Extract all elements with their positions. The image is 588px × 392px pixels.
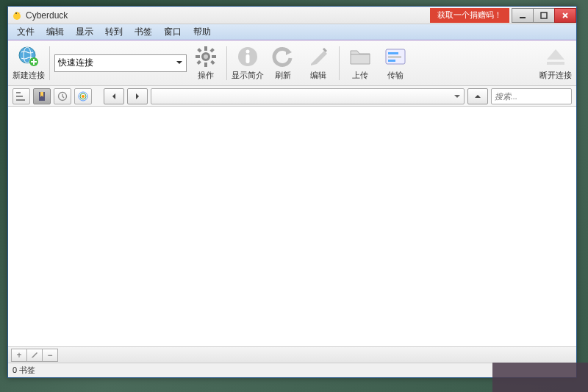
globe-plus-icon — [17, 45, 40, 68]
svg-point-1 — [15, 12, 19, 16]
menu-goto[interactable]: 转到 — [99, 24, 129, 40]
nav-forward-button[interactable] — [127, 88, 148, 104]
svg-rect-20 — [246, 54, 250, 63]
status-text: 0 书签 — [12, 365, 35, 376]
svg-point-17 — [204, 54, 208, 59]
path-dropdown[interactable] — [151, 88, 465, 104]
close-button[interactable] — [554, 8, 576, 23]
svg-rect-25 — [547, 62, 564, 65]
nav-bar — [8, 86, 576, 107]
svg-rect-16 — [209, 48, 214, 52]
menu-bar: 文件 编辑 显示 转到 书签 窗口 帮助 — [8, 24, 576, 40]
edit-button[interactable]: 编辑 — [302, 43, 334, 84]
svg-rect-13 — [197, 48, 201, 52]
maximize-button[interactable] — [533, 8, 555, 23]
transfer-icon — [384, 45, 407, 68]
info-label: 显示简介 — [232, 70, 264, 81]
menu-file[interactable]: 文件 — [11, 24, 40, 40]
action-button[interactable]: 操作 — [190, 43, 222, 84]
menu-bookmark[interactable]: 书签 — [129, 24, 158, 40]
bottom-toolbar: + − — [8, 346, 576, 363]
search-input[interactable] — [495, 92, 588, 101]
watermark — [492, 363, 588, 392]
view-bonjour-button[interactable] — [74, 88, 92, 104]
separator — [49, 46, 50, 80]
eject-icon — [544, 45, 567, 68]
info-button[interactable]: 显示简介 — [232, 43, 264, 84]
add-bookmark-button[interactable]: + — [11, 349, 27, 362]
quick-connect-dropdown[interactable]: 快速连接 — [54, 54, 187, 72]
disconnect-label: 断开连接 — [539, 70, 572, 81]
svg-point-31 — [82, 95, 85, 98]
svg-point-2 — [15, 13, 17, 14]
content-area — [8, 107, 576, 346]
svg-point-28 — [16, 99, 18, 101]
status-bar: 0 书签 — [8, 363, 576, 377]
window-controls — [512, 8, 576, 23]
svg-rect-12 — [212, 55, 216, 58]
view-bookmarks-button[interactable] — [33, 88, 51, 104]
search-box[interactable] — [491, 88, 572, 104]
chevron-down-icon — [453, 90, 461, 103]
svg-rect-9 — [204, 46, 207, 51]
new-connection-label: 新建连接 — [12, 70, 45, 81]
svg-point-19 — [246, 50, 250, 54]
toolbar: 新建连接 快速连接 操作 显示简介 刷新 — [8, 40, 576, 86]
edit-label: 编辑 — [310, 70, 326, 81]
transfer-label: 传输 — [387, 70, 404, 81]
minimize-button[interactable] — [512, 8, 534, 23]
refresh-button[interactable]: 刷新 — [267, 43, 299, 84]
svg-rect-10 — [204, 63, 207, 67]
upload-button[interactable]: 上传 — [344, 43, 376, 84]
menu-view[interactable]: 显示 — [70, 24, 99, 40]
svg-rect-15 — [196, 60, 201, 65]
menu-edit[interactable]: 编辑 — [40, 24, 70, 40]
upload-label: 上传 — [352, 70, 368, 81]
chevron-down-icon — [176, 58, 183, 68]
menu-help[interactable]: 帮助 — [187, 24, 217, 40]
nav-up-button[interactable] — [467, 88, 488, 104]
svg-rect-22 — [388, 52, 398, 54]
refresh-icon — [271, 45, 295, 68]
gear-icon — [194, 45, 218, 68]
view-history-button[interactable] — [54, 88, 71, 104]
new-connection-button[interactable]: 新建连接 — [12, 43, 45, 84]
folder-icon — [348, 45, 372, 68]
action-label: 操作 — [198, 70, 214, 81]
transfer-button[interactable]: 传输 — [379, 43, 412, 84]
separator — [226, 46, 227, 80]
app-icon — [11, 10, 23, 21]
remove-bookmark-button[interactable]: − — [42, 349, 58, 362]
title-bar: Cyberduck 获取一个捐赠码！ — [8, 7, 576, 24]
svg-rect-4 — [541, 13, 547, 18]
svg-rect-24 — [388, 60, 395, 62]
donate-badge[interactable]: 获取一个捐赠码！ — [430, 8, 509, 23]
svg-rect-3 — [520, 17, 526, 18]
svg-rect-14 — [210, 60, 215, 65]
info-icon — [236, 45, 259, 68]
menu-window[interactable]: 窗口 — [158, 24, 187, 40]
edit-bookmark-button[interactable] — [26, 349, 43, 362]
svg-point-26 — [16, 92, 18, 93]
view-outline-button[interactable] — [12, 88, 30, 104]
quick-connect-label: 快速连接 — [58, 57, 93, 69]
pencil-icon — [306, 45, 330, 68]
app-window: Cyberduck 获取一个捐赠码！ 文件 编辑 显示 转到 书签 窗口 帮助 … — [7, 6, 577, 378]
svg-point-27 — [16, 96, 18, 97]
svg-rect-23 — [388, 56, 401, 58]
disconnect-button[interactable]: 断开连接 — [539, 43, 572, 84]
svg-rect-11 — [196, 55, 200, 58]
separator — [339, 46, 340, 80]
refresh-label: 刷新 — [275, 70, 291, 81]
window-title: Cyberduck — [26, 10, 430, 21]
nav-back-button[interactable] — [104, 88, 124, 104]
